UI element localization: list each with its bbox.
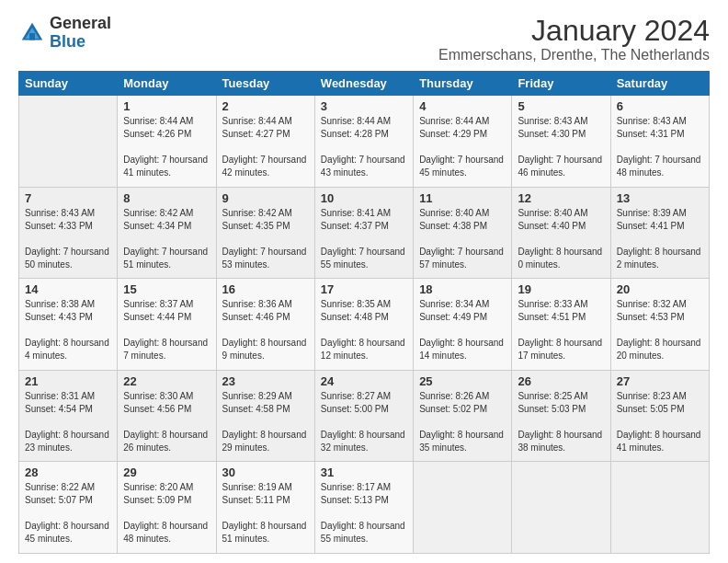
calendar-cell: 11Sunrise: 8:40 AMSunset: 4:38 PMDayligh… bbox=[414, 187, 512, 279]
calendar-cell: 4Sunrise: 8:44 AMSunset: 4:29 PMDaylight… bbox=[414, 96, 512, 188]
calendar-cell: 9Sunrise: 8:42 AMSunset: 4:35 PMDaylight… bbox=[216, 187, 314, 279]
day-info: Sunrise: 8:33 AMSunset: 4:51 PMDaylight:… bbox=[518, 298, 604, 362]
day-header: Saturday bbox=[610, 72, 709, 96]
logo-blue: Blue bbox=[50, 33, 111, 52]
title-section: January 2024 Emmerschans, Drenthe, The N… bbox=[438, 15, 710, 63]
calendar-cell bbox=[512, 462, 610, 554]
calendar-cell: 6Sunrise: 8:43 AMSunset: 4:31 PMDaylight… bbox=[610, 96, 709, 188]
calendar-cell: 24Sunrise: 8:27 AMSunset: 5:00 PMDayligh… bbox=[314, 370, 413, 462]
day-header: Sunday bbox=[19, 72, 118, 96]
day-number: 18 bbox=[419, 282, 506, 296]
day-info: Sunrise: 8:44 AMSunset: 4:28 PMDaylight:… bbox=[321, 115, 407, 179]
calendar-cell: 10Sunrise: 8:41 AMSunset: 4:37 PMDayligh… bbox=[314, 187, 413, 279]
day-info: Sunrise: 8:37 AMSunset: 4:44 PMDaylight:… bbox=[123, 298, 210, 362]
day-info: Sunrise: 8:34 AMSunset: 4:49 PMDaylight:… bbox=[419, 298, 506, 362]
day-number: 3 bbox=[321, 99, 407, 113]
day-header: Thursday bbox=[414, 72, 512, 96]
day-info: Sunrise: 8:31 AMSunset: 4:54 PMDaylight:… bbox=[25, 390, 111, 454]
day-info: Sunrise: 8:40 AMSunset: 4:38 PMDaylight:… bbox=[419, 207, 506, 271]
main-title: January 2024 bbox=[438, 15, 710, 47]
calendar: SundayMondayTuesdayWednesdayThursdayFrid… bbox=[18, 71, 710, 554]
day-info: Sunrise: 8:19 AMSunset: 5:11 PMDaylight:… bbox=[222, 481, 309, 546]
day-number: 23 bbox=[222, 374, 309, 388]
day-info: Sunrise: 8:32 AMSunset: 4:53 PMDaylight:… bbox=[617, 298, 703, 362]
day-number: 27 bbox=[617, 374, 703, 388]
page: General Blue January 2024 Emmerschans, D… bbox=[0, 0, 728, 563]
day-number: 24 bbox=[321, 374, 407, 388]
day-info: Sunrise: 8:42 AMSunset: 4:34 PMDaylight:… bbox=[123, 207, 210, 271]
day-info: Sunrise: 8:43 AMSunset: 4:33 PMDaylight:… bbox=[25, 207, 111, 271]
calendar-cell: 31Sunrise: 8:17 AMSunset: 5:13 PMDayligh… bbox=[314, 462, 413, 554]
day-info: Sunrise: 8:41 AMSunset: 4:37 PMDaylight:… bbox=[321, 207, 407, 271]
day-info: Sunrise: 8:43 AMSunset: 4:31 PMDaylight:… bbox=[617, 115, 703, 179]
calendar-week-row: 14Sunrise: 8:38 AMSunset: 4:43 PMDayligh… bbox=[19, 279, 710, 371]
calendar-cell: 16Sunrise: 8:36 AMSunset: 4:46 PMDayligh… bbox=[216, 279, 314, 371]
day-info: Sunrise: 8:25 AMSunset: 5:03 PMDaylight:… bbox=[518, 390, 604, 454]
day-info: Sunrise: 8:17 AMSunset: 5:13 PMDaylight:… bbox=[321, 481, 407, 546]
calendar-cell: 1Sunrise: 8:44 AMSunset: 4:26 PMDaylight… bbox=[118, 96, 216, 188]
calendar-cell bbox=[610, 462, 709, 554]
calendar-cell bbox=[19, 96, 118, 188]
calendar-cell: 20Sunrise: 8:32 AMSunset: 4:53 PMDayligh… bbox=[610, 279, 709, 371]
day-info: Sunrise: 8:27 AMSunset: 5:00 PMDaylight:… bbox=[321, 390, 407, 454]
calendar-cell: 28Sunrise: 8:22 AMSunset: 5:07 PMDayligh… bbox=[19, 462, 118, 554]
calendar-cell: 7Sunrise: 8:43 AMSunset: 4:33 PMDaylight… bbox=[19, 187, 118, 279]
day-info: Sunrise: 8:23 AMSunset: 5:05 PMDaylight:… bbox=[617, 390, 703, 454]
day-number: 12 bbox=[518, 191, 604, 205]
calendar-cell: 2Sunrise: 8:44 AMSunset: 4:27 PMDaylight… bbox=[216, 96, 314, 188]
day-number: 26 bbox=[518, 374, 604, 388]
day-number: 8 bbox=[123, 191, 210, 205]
calendar-cell: 23Sunrise: 8:29 AMSunset: 4:58 PMDayligh… bbox=[216, 370, 314, 462]
calendar-week-row: 21Sunrise: 8:31 AMSunset: 4:54 PMDayligh… bbox=[19, 370, 710, 462]
day-header: Tuesday bbox=[216, 72, 314, 96]
day-info: Sunrise: 8:35 AMSunset: 4:48 PMDaylight:… bbox=[321, 298, 407, 362]
day-info: Sunrise: 8:22 AMSunset: 5:07 PMDaylight:… bbox=[25, 481, 111, 546]
svg-rect-2 bbox=[29, 33, 35, 40]
calendar-cell: 19Sunrise: 8:33 AMSunset: 4:51 PMDayligh… bbox=[512, 279, 610, 371]
calendar-cell: 17Sunrise: 8:35 AMSunset: 4:48 PMDayligh… bbox=[314, 279, 413, 371]
day-number: 16 bbox=[222, 282, 309, 296]
day-number: 13 bbox=[617, 191, 703, 205]
header: General Blue January 2024 Emmerschans, D… bbox=[18, 15, 710, 63]
day-number: 11 bbox=[419, 191, 506, 205]
day-number: 2 bbox=[222, 99, 309, 113]
calendar-cell: 22Sunrise: 8:30 AMSunset: 4:56 PMDayligh… bbox=[118, 370, 216, 462]
day-info: Sunrise: 8:40 AMSunset: 4:40 PMDaylight:… bbox=[518, 207, 604, 271]
day-number: 19 bbox=[518, 282, 604, 296]
day-number: 14 bbox=[25, 282, 111, 296]
day-info: Sunrise: 8:44 AMSunset: 4:27 PMDaylight:… bbox=[222, 115, 309, 179]
logo-general: General bbox=[50, 15, 111, 33]
day-number: 1 bbox=[123, 99, 210, 113]
day-number: 21 bbox=[25, 374, 111, 388]
day-header: Wednesday bbox=[314, 72, 413, 96]
day-number: 4 bbox=[419, 99, 506, 113]
calendar-cell: 5Sunrise: 8:43 AMSunset: 4:30 PMDaylight… bbox=[512, 96, 610, 188]
calendar-cell: 29Sunrise: 8:20 AMSunset: 5:09 PMDayligh… bbox=[118, 462, 216, 554]
calendar-cell: 12Sunrise: 8:40 AMSunset: 4:40 PMDayligh… bbox=[512, 187, 610, 279]
logo-icon bbox=[18, 19, 46, 47]
day-number: 28 bbox=[25, 465, 111, 479]
day-number: 10 bbox=[321, 191, 407, 205]
calendar-week-row: 28Sunrise: 8:22 AMSunset: 5:07 PMDayligh… bbox=[19, 462, 710, 554]
day-number: 20 bbox=[617, 282, 703, 296]
calendar-cell: 25Sunrise: 8:26 AMSunset: 5:02 PMDayligh… bbox=[414, 370, 512, 462]
day-info: Sunrise: 8:44 AMSunset: 4:29 PMDaylight:… bbox=[419, 115, 506, 179]
calendar-cell: 3Sunrise: 8:44 AMSunset: 4:28 PMDaylight… bbox=[314, 96, 413, 188]
calendar-cell: 18Sunrise: 8:34 AMSunset: 4:49 PMDayligh… bbox=[414, 279, 512, 371]
day-info: Sunrise: 8:30 AMSunset: 4:56 PMDaylight:… bbox=[123, 390, 210, 454]
day-header: Friday bbox=[512, 72, 610, 96]
day-number: 30 bbox=[222, 465, 309, 479]
day-info: Sunrise: 8:43 AMSunset: 4:30 PMDaylight:… bbox=[518, 115, 604, 179]
calendar-cell: 8Sunrise: 8:42 AMSunset: 4:34 PMDaylight… bbox=[118, 187, 216, 279]
calendar-cell: 27Sunrise: 8:23 AMSunset: 5:05 PMDayligh… bbox=[610, 370, 709, 462]
calendar-cell: 26Sunrise: 8:25 AMSunset: 5:03 PMDayligh… bbox=[512, 370, 610, 462]
day-info: Sunrise: 8:39 AMSunset: 4:41 PMDaylight:… bbox=[617, 207, 703, 271]
calendar-cell bbox=[414, 462, 512, 554]
day-info: Sunrise: 8:20 AMSunset: 5:09 PMDaylight:… bbox=[123, 481, 210, 546]
subtitle: Emmerschans, Drenthe, The Netherlands bbox=[438, 47, 710, 63]
day-number: 6 bbox=[617, 99, 703, 113]
day-number: 5 bbox=[518, 99, 604, 113]
day-info: Sunrise: 8:38 AMSunset: 4:43 PMDaylight:… bbox=[25, 298, 111, 362]
day-info: Sunrise: 8:42 AMSunset: 4:35 PMDaylight:… bbox=[222, 207, 309, 271]
day-info: Sunrise: 8:36 AMSunset: 4:46 PMDaylight:… bbox=[222, 298, 309, 362]
